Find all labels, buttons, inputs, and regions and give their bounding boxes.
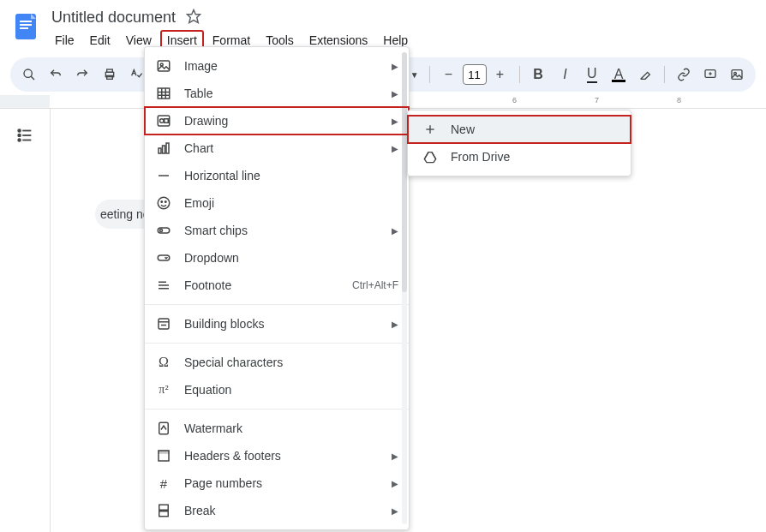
chart-icon (155, 140, 172, 157)
insert-chart[interactable]: Chart ▶ (145, 134, 409, 162)
insert-dropdown: Image ▶ Table ▶ Drawing ▶ Chart ▶ Horizo… (144, 46, 410, 530)
headers-icon (155, 447, 172, 464)
keyboard-shortcut: Ctrl+Alt+F (352, 279, 398, 291)
menu-label: Emoji (184, 196, 398, 210)
insert-break[interactable]: Break ▶ (145, 497, 409, 524)
ruler-tick: 7 (595, 96, 599, 105)
insert-page-numbers[interactable]: # Page numbers ▶ (145, 469, 409, 497)
insert-headers-footers[interactable]: Headers & footers ▶ (145, 442, 409, 469)
plus-icon (422, 123, 439, 136)
highlight-button[interactable] (634, 63, 657, 87)
add-comment-button[interactable] (698, 63, 721, 87)
omega-icon: Ω (155, 354, 172, 371)
menu-label: Dropdown (184, 251, 398, 265)
chevron-right-icon: ▶ (392, 320, 398, 329)
print-icon[interactable] (98, 63, 121, 87)
menu-edit[interactable]: Edit (83, 30, 117, 51)
blocks-icon (155, 315, 172, 332)
ruler-tick: 8 (677, 96, 681, 105)
svg-rect-13 (732, 70, 742, 80)
menu-label: Watermark (184, 421, 398, 435)
chevron-right-icon: ▶ (392, 506, 398, 516)
svg-point-38 (161, 201, 163, 203)
outline-icon[interactable] (0, 126, 50, 149)
menu-label: Drawing (184, 114, 392, 128)
svg-rect-51 (159, 451, 169, 453)
svg-rect-32 (165, 119, 169, 123)
redo-icon[interactable] (71, 63, 94, 87)
title-area: Untitled document File Edit View Insert … (48, 7, 756, 51)
break-icon (155, 502, 172, 519)
menu-label: Footnote (184, 278, 352, 292)
svg-rect-1 (20, 21, 32, 22)
svg-rect-52 (159, 505, 169, 510)
hr-icon (155, 167, 172, 184)
menu-label: Page numbers (184, 476, 392, 490)
italic-button[interactable]: I (554, 63, 577, 87)
menu-label: Break (184, 504, 392, 517)
font-size-input[interactable] (463, 64, 487, 85)
svg-point-41 (160, 230, 163, 232)
menu-label: Horizontal line (184, 169, 398, 182)
svg-line-57 (432, 152, 436, 159)
insert-image[interactable]: Image ▶ (145, 52, 409, 80)
svg-rect-33 (159, 148, 161, 153)
insert-special-characters[interactable]: Ω Special characters (145, 349, 409, 376)
bold-button[interactable]: B (526, 63, 549, 87)
svg-rect-25 (158, 88, 170, 99)
insert-building-blocks[interactable]: Building blocks ▶ (145, 310, 409, 338)
image-icon (155, 57, 172, 75)
insert-image-button[interactable] (726, 63, 749, 87)
drawing-new[interactable]: New (408, 116, 631, 143)
undo-icon[interactable] (44, 63, 67, 87)
menu-label: Smart chips (184, 224, 392, 237)
chevron-right-icon: ▶ (392, 451, 398, 461)
insert-link-button[interactable] (672, 63, 695, 87)
insert-smart-chips[interactable]: Smart chips ▶ (145, 217, 409, 244)
insert-equation[interactable]: π² Equation (145, 376, 409, 403)
svg-point-31 (160, 119, 165, 123)
insert-horizontal-line[interactable]: Horizontal line (145, 162, 409, 189)
svg-point-37 (158, 197, 170, 209)
font-size-increase[interactable]: + (488, 63, 512, 87)
star-icon[interactable] (186, 9, 201, 27)
insert-watermark[interactable]: Watermark (145, 415, 409, 442)
table-icon (155, 85, 172, 102)
drawing-icon (155, 112, 172, 129)
svg-rect-46 (159, 319, 169, 329)
svg-rect-23 (158, 61, 170, 71)
insert-table[interactable]: Table ▶ (145, 80, 409, 107)
insert-dropdown-chip[interactable]: Dropdown (145, 244, 409, 272)
chevron-right-icon: ▶ (392, 479, 398, 488)
svg-marker-4 (188, 9, 200, 22)
svg-point-19 (18, 139, 21, 141)
menu-label: Chart (184, 141, 392, 155)
watermark-icon (155, 420, 172, 437)
document-title[interactable]: Untitled document (48, 7, 179, 28)
search-icon[interactable] (17, 63, 40, 87)
insert-footnote[interactable]: Footnote Ctrl+Alt+F (145, 272, 409, 299)
svg-rect-53 (159, 511, 169, 517)
font-size-decrease[interactable]: − (437, 63, 461, 87)
menu-divider (145, 343, 409, 344)
menu-label: Table (184, 87, 392, 100)
svg-rect-34 (163, 146, 165, 153)
chevron-right-icon: ▶ (392, 62, 398, 71)
svg-point-17 (18, 134, 21, 137)
drawing-from-drive[interactable]: From Drive (408, 143, 631, 170)
svg-rect-3 (20, 27, 28, 29)
docs-logo[interactable] (10, 10, 41, 41)
app-header: Untitled document File Edit View Insert … (0, 0, 766, 51)
dropdown-icon (155, 249, 172, 266)
insert-emoji[interactable]: Emoji (145, 189, 409, 217)
drawing-submenu: New From Drive (407, 110, 631, 176)
menu-file[interactable]: File (48, 30, 81, 51)
menu-label: Special characters (184, 356, 398, 369)
underline-button[interactable]: U (580, 63, 603, 87)
menu-divider (145, 304, 409, 305)
styles-arrow-icon[interactable]: ▼ (410, 70, 419, 80)
text-color-button[interactable]: A (607, 63, 630, 87)
insert-drawing[interactable]: Drawing ▶ (145, 107, 409, 134)
svg-rect-9 (106, 75, 112, 79)
menu-label: Building blocks (184, 317, 392, 331)
